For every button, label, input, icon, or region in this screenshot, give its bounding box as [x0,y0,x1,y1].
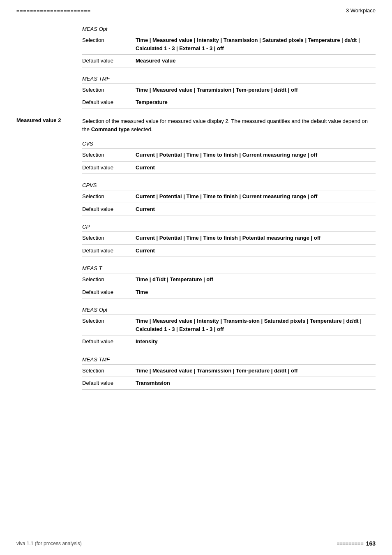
table-row: Default value Current [82,244,376,257]
table-row: Selection Time | Measured value | Intens… [82,34,376,55]
main-content: MEAS Opt Selection Time | Measured value… [0,18,392,423]
default-value: Temperature [136,96,376,109]
selection-label: Selection [82,149,136,162]
cpvs-section: CPVS Selection Current | Potential | Tim… [82,182,376,215]
selection-label: Selection [82,83,136,96]
table-row: Selection Time | Measured value | Transm… [82,364,376,377]
default-value: Current [136,244,376,257]
selection-value: Current | Potential | Time | Time to fin… [136,190,376,203]
cvs-section: CVS Selection Current | Potential | Time… [82,141,376,174]
default-label: Default value [82,55,136,67]
meas-tmf-bottom-section: MEAS TMF Selection Time | Measured value… [82,356,376,390]
meas-t-table: Selection Time | dT/dt | Temperature | o… [82,273,376,298]
cpvs-table: Selection Current | Potential | Time | T… [82,190,376,215]
default-value: Current [136,161,376,174]
meas-opt-top-title: MEAS Opt [82,26,376,32]
page-footer: viva 1.1 (for process analysis) ========… [0,540,392,547]
table-row: Selection Current | Potential | Time | T… [82,190,376,203]
table-row: Default value Measured value [82,55,376,67]
default-label: Default value [82,244,136,257]
default-label: Default value [82,96,136,109]
table-row: Default value Intensity [82,335,376,348]
cp-table: Selection Current | Potential | Time | T… [82,231,376,257]
cpvs-title: CPVS [82,182,376,188]
table-row: Selection Current | Potential | Time | T… [82,149,376,162]
header-chapter: 3 Workplace [346,7,376,14]
meas-tmf-top-section: MEAS TMF Selection Time | Measured value… [82,76,376,109]
selection-label: Selection [82,364,136,377]
cp-section: CP Selection Current | Potential | Time … [82,224,376,257]
selection-label: Selection [82,190,136,203]
selection-label: Selection [82,232,136,245]
meas-t-section: MEAS T Selection Time | dT/dt | Temperat… [82,265,376,298]
meas-opt-bottom-title: MEAS Opt [82,307,376,313]
footer-right: ========= 163 [337,540,376,547]
meas-tmf-top-table: Selection Time | Measured value | Transm… [82,83,376,109]
footer-dashes: ========= [337,541,364,546]
cvs-table: Selection Current | Potential | Time | T… [82,148,376,174]
default-label: Default value [82,203,136,215]
selection-value: Time | Measured value | Intensity | Tran… [136,34,376,55]
page-number: 163 [366,540,376,547]
measured-value-2-heading: Measured value 2 [16,117,61,123]
selection-value: Current | Potential | Time | Time to fin… [136,149,376,162]
selection-label: Selection [82,34,136,55]
meas-opt-bottom-table: Selection Time | Measured value | Intens… [82,314,376,348]
selection-label: Selection [82,315,136,335]
table-row: Selection Time | Measured value | Intens… [82,315,376,335]
table-row: Default value Current [82,161,376,174]
default-label: Default value [82,286,136,298]
default-value: Time [136,286,376,298]
table-row: Selection Current | Potential | Time | T… [82,232,376,245]
table-row: Selection Time | dT/dt | Temperature | o… [82,273,376,286]
header-dashes: ====================== [16,8,91,14]
table-row: Selection Time | Measured value | Transm… [82,83,376,96]
cp-title: CP [82,224,376,230]
selection-value: Time | Measured value | Transmission | T… [136,83,376,96]
page-header: ====================== 3 Workplace [0,0,392,18]
selection-label: Selection [82,273,136,286]
default-value: Measured value [136,55,376,67]
meas-opt-bottom-section: MEAS Opt Selection Time | Measured value… [82,307,376,348]
measured-value-2-section: Measured value 2 Selection of the measur… [82,117,376,390]
default-label: Default value [82,377,136,390]
cvs-title: CVS [82,141,376,147]
meas-tmf-top-title: MEAS TMF [82,76,376,82]
table-row: Default value Transmission [82,377,376,390]
default-label: Default value [82,335,136,348]
selection-value: Time | Measured value | Transmission | T… [136,364,376,377]
meas-opt-top-table: Selection Time | Measured value | Intens… [82,34,376,67]
default-value: Current [136,203,376,215]
selection-value: Time | Measured value | Intensity | Tran… [136,315,376,335]
meas-tmf-bottom-table: Selection Time | Measured value | Transm… [82,364,376,390]
measured-value-2-description: Selection of the measured value for meas… [82,117,376,134]
meas-tmf-bottom-title: MEAS TMF [82,356,376,363]
meas-t-title: MEAS T [82,265,376,271]
default-value: Transmission [136,377,376,390]
default-value: Intensity [136,335,376,348]
table-row: Default value Current [82,203,376,215]
footer-left-text: viva 1.1 (for process analysis) [16,541,82,546]
table-row: Default value Temperature [82,96,376,109]
selection-value: Current | Potential | Time | Time to fin… [136,232,376,245]
table-row: Default value Time [82,286,376,298]
selection-value: Time | dT/dt | Temperature | off [136,273,376,286]
default-label: Default value [82,161,136,174]
meas-opt-top-section: MEAS Opt Selection Time | Measured value… [82,26,376,67]
